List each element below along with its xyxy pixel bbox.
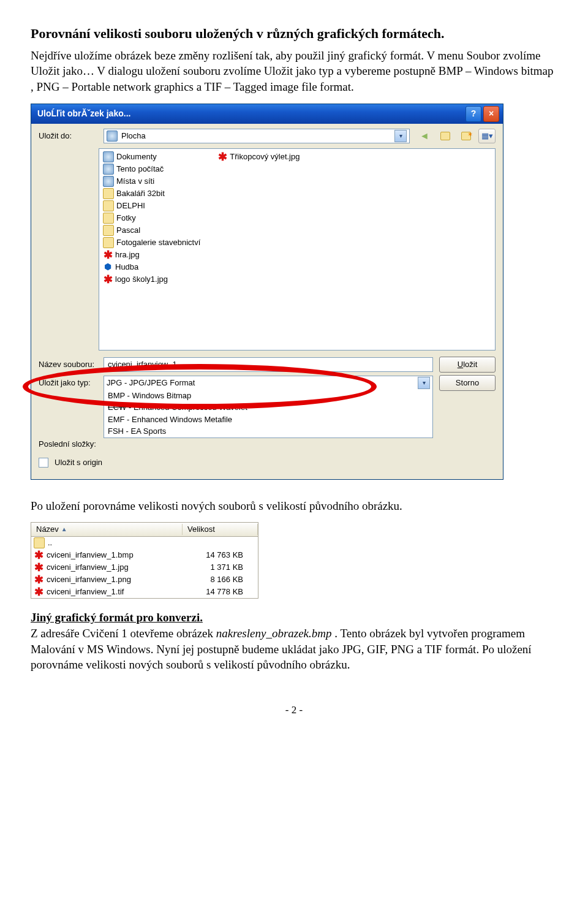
dropdown-option[interactable]: ECW - Enhanced Compressed Wavelet bbox=[104, 401, 432, 414]
irfanview-icon: ✱ bbox=[103, 275, 113, 284]
irfanview-icon: ✱ bbox=[34, 575, 43, 585]
file-item[interactable]: ✱logo školy1.jpg bbox=[103, 274, 200, 285]
parent-folder-row[interactable]: .. bbox=[31, 537, 258, 549]
folder-icon bbox=[103, 200, 114, 211]
desktop-icon bbox=[107, 131, 118, 142]
after-dialog-paragraph: Po uložení porovnáme velikosti nových so… bbox=[31, 498, 557, 514]
save-in-row: Uložit do: Plocha ▾ ◄ ✶ ▦▾ bbox=[31, 124, 503, 147]
file-item[interactable]: Místa v síti bbox=[103, 176, 200, 187]
recent-folders-label: Poslední složky: bbox=[39, 439, 97, 450]
page-heading: Porovnání velikosti souboru uložených v … bbox=[31, 25, 557, 43]
size-row[interactable]: ✱cviceni_irfanview_1.png8 166 KB bbox=[31, 574, 258, 586]
folder-icon bbox=[103, 213, 114, 224]
chevron-down-icon[interactable]: ▾ bbox=[394, 130, 407, 142]
folder-up-icon bbox=[34, 537, 45, 548]
sort-asc-icon: ▲ bbox=[61, 525, 67, 534]
save-original-label: Uložit s origin bbox=[55, 457, 102, 468]
size-row[interactable]: ✱cviceni_irfanview_1.jpg1 371 KB bbox=[31, 561, 258, 574]
file-size-panel: Název ▲ Velikost .. ✱cviceni_irfanview_1… bbox=[31, 522, 258, 599]
back-icon[interactable]: ◄ bbox=[416, 129, 433, 143]
filename-label: Název souboru: bbox=[39, 359, 97, 370]
folder-icon bbox=[103, 237, 114, 248]
page-number: - 2 - bbox=[31, 703, 557, 718]
system-icon bbox=[103, 164, 114, 175]
system-icon bbox=[103, 151, 114, 162]
dialog-title: UloĹľit obrĂˇzek jako... bbox=[35, 108, 464, 119]
file-item[interactable]: ✱Třikopcový výlet.jpg bbox=[217, 151, 300, 162]
section2: Jiný grafický formát pro konverzi. Z adr… bbox=[31, 610, 557, 673]
dialog-nav-icons: ◄ ✶ ▦▾ bbox=[416, 129, 496, 143]
dropdown-option[interactable]: BMP - Windows Bitmap bbox=[104, 390, 432, 402]
size-row[interactable]: ✱cviceni_irfanview_1.tif14 778 KB bbox=[31, 586, 258, 598]
save-in-label: Uložit do: bbox=[39, 131, 97, 142]
new-folder-icon[interactable]: ✶ bbox=[458, 129, 475, 143]
col-name[interactable]: Název ▲ bbox=[31, 524, 183, 535]
save-as-dialog: UloĹľit obrĂˇzek jako... ? × Uložit do: … bbox=[31, 104, 503, 480]
dialog-bottom: Název souboru: cviceni_irfanview_1 Uloži… bbox=[31, 353, 503, 479]
close-button[interactable]: × bbox=[483, 106, 499, 122]
irfanview-icon: ✱ bbox=[34, 550, 43, 560]
irfanview-icon: ✱ bbox=[103, 250, 113, 260]
size-header: Název ▲ Velikost bbox=[31, 523, 258, 537]
save-in-value: Plocha bbox=[121, 131, 146, 142]
dialog-titlebar: UloĹľit obrĂˇzek jako... ? × bbox=[31, 104, 503, 124]
cancel-button[interactable]: Storno bbox=[439, 375, 496, 391]
file-list-pane[interactable]: DokumentyTento počítačMísta v sítiBakalá… bbox=[99, 148, 496, 350]
help-button[interactable]: ? bbox=[466, 106, 481, 122]
irfanview-icon: ✱ bbox=[34, 587, 43, 597]
folder-icon bbox=[103, 188, 114, 199]
up-folder-icon[interactable] bbox=[437, 129, 454, 143]
dropdown-option[interactable]: FSH - EA Sports bbox=[104, 425, 432, 438]
file-item[interactable]: Tento počítač bbox=[103, 164, 200, 175]
filename-emphasis: nakresleny_obrazek.bmp bbox=[216, 627, 332, 640]
file-item[interactable]: ✱hra.jpg bbox=[103, 249, 200, 260]
file-item[interactable]: Bakaláři 32bit bbox=[103, 188, 200, 199]
col-size[interactable]: Velikost bbox=[183, 524, 258, 535]
save-in-combo[interactable]: Plocha ▾ bbox=[104, 129, 410, 143]
filetype-dropdown[interactable]: BMP - Windows BitmapECW - Enhanced Compr… bbox=[104, 390, 433, 438]
size-row[interactable]: ✱cviceni_irfanview_1.bmp14 763 KB bbox=[31, 549, 258, 561]
file-item[interactable]: Fotky bbox=[103, 213, 200, 224]
file-item[interactable]: DELPHI bbox=[103, 200, 200, 211]
filetype-label: Uložit jako typ: bbox=[39, 377, 97, 388]
filetype-combo[interactable]: JPG - JPG/JPEG Format ▾ bbox=[104, 376, 433, 390]
section2-title: Jiný grafický formát pro konverzi. bbox=[31, 611, 203, 624]
web-icon: ⬢ bbox=[103, 262, 113, 272]
save-button[interactable]: Uložit bbox=[439, 357, 496, 373]
filename-input[interactable]: cviceni_irfanview_1 bbox=[104, 357, 433, 372]
irfanview-icon: ✱ bbox=[34, 563, 43, 572]
system-icon bbox=[103, 176, 114, 187]
dropdown-option[interactable]: EMF - Enhanced Windows Metafile bbox=[104, 414, 432, 426]
intro-paragraph: Nejdříve uložíme obrázek beze změny rozl… bbox=[31, 48, 557, 95]
file-item[interactable]: Pascal bbox=[103, 225, 200, 236]
file-item[interactable]: Fotogalerie stavebnictví bbox=[103, 237, 200, 248]
chevron-down-icon[interactable]: ▾ bbox=[418, 377, 430, 389]
file-item[interactable]: ⬢Hudba bbox=[103, 262, 200, 273]
views-icon[interactable]: ▦▾ bbox=[478, 129, 496, 143]
file-item[interactable]: Dokumenty bbox=[103, 151, 200, 162]
save-original-checkbox[interactable] bbox=[39, 458, 48, 468]
irfanview-icon: ✱ bbox=[217, 152, 227, 162]
folder-icon bbox=[103, 225, 114, 236]
